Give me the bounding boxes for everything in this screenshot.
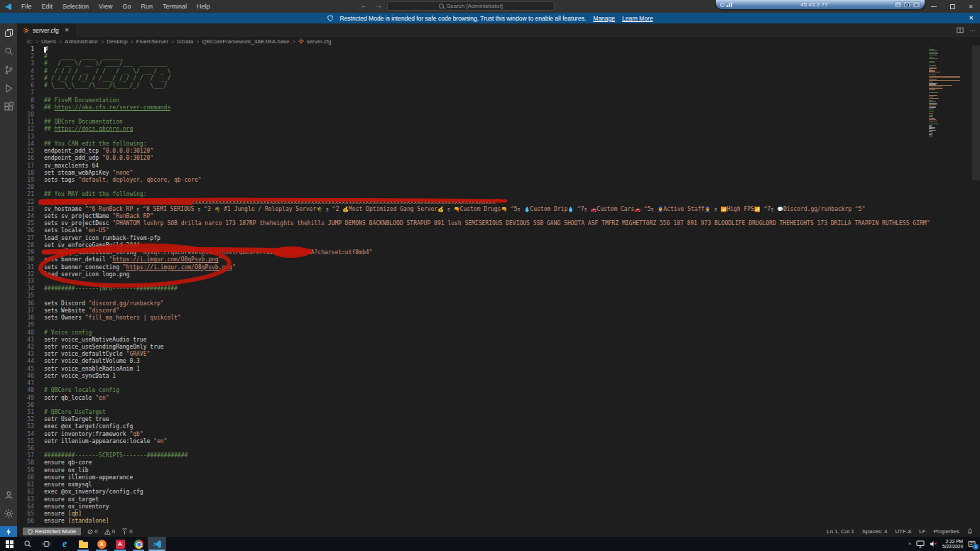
code-line[interactable]: 53exec @ox_target/config.cfg bbox=[0, 423, 980, 430]
start-button[interactable] bbox=[0, 537, 18, 551]
code-line[interactable]: 34#########-------INFO-------###########… bbox=[0, 285, 980, 293]
code-line[interactable]: 10 bbox=[0, 111, 980, 119]
search-input[interactable]: Search [Administrator] bbox=[387, 1, 555, 11]
code-line[interactable]: 66ensure [standalone] bbox=[0, 518, 980, 525]
code-line[interactable]: 15endpoint_add_tcp "0.0.0.0:30120" bbox=[0, 148, 980, 155]
code-line[interactable]: 60ensure illenium-appearance bbox=[0, 474, 980, 481]
code-line[interactable]: 48# QBCore locale config bbox=[0, 387, 980, 394]
chrome-button[interactable] bbox=[129, 537, 148, 551]
code-line[interactable]: 33 bbox=[0, 278, 980, 285]
code-line[interactable]: 65ensure [qb] bbox=[0, 511, 980, 518]
action-center-button[interactable]: 1 bbox=[968, 540, 976, 547]
eol-sequence[interactable]: LF bbox=[919, 528, 925, 535]
code-line[interactable]: 11## QBCore Documentation bbox=[0, 119, 980, 126]
code-line[interactable]: 12## https://docs.qbcore.org bbox=[0, 126, 980, 133]
code-line[interactable]: 51# QBCore UseTarget bbox=[0, 409, 980, 416]
breadcrumb-item[interactable]: C: bbox=[27, 38, 33, 45]
code-line[interactable]: 18set steam_webApiKey "none" bbox=[0, 170, 980, 177]
code-line[interactable]: 54setr inventory:framework "qb" bbox=[0, 431, 980, 438]
minimize-button[interactable] bbox=[925, 0, 943, 13]
indentation[interactable]: Spaces: 4 bbox=[862, 528, 888, 535]
rdp-connection-bar[interactable]: 45.43.2.77 – ✕ bbox=[716, 0, 925, 9]
internet-explorer-button[interactable]: e bbox=[55, 537, 74, 551]
menu-terminal[interactable]: Terminal bbox=[158, 1, 191, 11]
more-actions-icon[interactable]: ··· bbox=[969, 27, 976, 34]
code-editor[interactable]: 1#2# ____ ____ ______3# / __ \/ __ )/ __… bbox=[0, 45, 980, 526]
code-line[interactable]: 31sets banner_connecting "https://i.imgu… bbox=[0, 264, 980, 271]
xampp-button[interactable]: X bbox=[92, 537, 111, 551]
code-line[interactable]: 42setr voice_useSendingRangeOnly true bbox=[0, 344, 980, 351]
code-line[interactable]: 57#########-------SCRIPTS-------########… bbox=[0, 452, 980, 459]
rdp-minimize-button[interactable]: – bbox=[894, 1, 902, 8]
close-button[interactable]: ✕ bbox=[962, 0, 980, 13]
breadcrumb-item[interactable]: QBCoreFramework_3AE1BA.base bbox=[202, 38, 289, 45]
code-line[interactable]: 3# / __ \/ __ )/ ____/___ ________ bbox=[0, 60, 980, 67]
pin-icon[interactable] bbox=[720, 3, 724, 7]
forward-icon[interactable]: → bbox=[375, 1, 382, 9]
menu-run[interactable]: Run bbox=[136, 1, 157, 11]
code-line[interactable]: 63ensure ox_target bbox=[0, 496, 980, 503]
back-icon[interactable]: ← bbox=[361, 1, 368, 9]
code-line[interactable]: 27load_server_icon runback-fivem-pfp bbox=[0, 235, 980, 242]
breadcrumb-item[interactable]: txData bbox=[177, 38, 193, 45]
manage-link[interactable]: Manage bbox=[593, 15, 615, 22]
code-line[interactable]: 46setr voice_syncData 1 bbox=[0, 373, 980, 380]
code-line[interactable]: 41setr voice_useNativeAudio true bbox=[0, 337, 980, 344]
code-line[interactable]: 37sets Website "discord" bbox=[0, 307, 980, 315]
app-a-button[interactable]: A bbox=[111, 537, 129, 551]
code-line[interactable]: 7 bbox=[0, 89, 980, 97]
remote-indicator[interactable] bbox=[0, 526, 17, 537]
code-line[interactable]: 17sv_maxclients 64 bbox=[0, 163, 980, 170]
breadcrumb-file[interactable]: server.cfg bbox=[307, 38, 332, 45]
code-line[interactable]: 49setr qb_locale "en" bbox=[0, 395, 980, 402]
code-line[interactable]: 2# ____ ____ ______ bbox=[0, 53, 980, 60]
banner-close-icon[interactable]: ✕ bbox=[969, 15, 974, 21]
hidden-icons-chevron[interactable]: ^ bbox=[908, 541, 911, 547]
menu-selection[interactable]: Selection bbox=[58, 1, 93, 11]
taskbar-clock[interactable]: 2:22 PM 5/22/2024 bbox=[942, 539, 963, 549]
learn-more-link[interactable]: Learn More bbox=[622, 15, 653, 22]
taskbar-search-button[interactable] bbox=[18, 537, 37, 551]
code-line[interactable]: 52setr UseTarget true bbox=[0, 416, 980, 423]
code-line[interactable]: 22sv_licenseKey "cfxk_xxxxxxxxxxxxxxxxxx… bbox=[0, 199, 980, 206]
code-line[interactable]: 26sets locale "en-US" bbox=[0, 227, 980, 234]
network-display-icon[interactable] bbox=[916, 540, 925, 547]
code-line[interactable]: 8## FiveM Documentation bbox=[0, 97, 980, 104]
breadcrumb-item[interactable]: Desktop bbox=[107, 38, 127, 45]
warnings-indicator[interactable]: 0 bbox=[104, 528, 115, 535]
code-line[interactable]: 21## You MAY edit the following: bbox=[0, 191, 980, 198]
code-line[interactable]: 64ensure ox_inventory bbox=[0, 503, 980, 511]
vscode-taskbar-button[interactable] bbox=[148, 537, 166, 551]
code-line[interactable]: 5# / /_/ / /_/ / /___/ /_/ / / / __/ bbox=[0, 75, 980, 82]
code-line[interactable]: 50 bbox=[0, 402, 980, 409]
breadcrumb-item[interactable]: Users bbox=[41, 38, 56, 45]
code-line[interactable]: 16endpoint_add_udp "0.0.0.0:30120" bbox=[0, 155, 980, 162]
minimap[interactable] bbox=[929, 47, 962, 137]
menu-view[interactable]: View bbox=[94, 1, 116, 11]
menu-go[interactable]: Go bbox=[118, 1, 135, 11]
code-line[interactable]: 25sets sv_projectDesc "PHANTOM lushrp SO… bbox=[0, 220, 980, 227]
code-line[interactable]: 56 bbox=[0, 445, 980, 452]
code-line[interactable]: 59ensure ox_lib bbox=[0, 467, 980, 474]
code-line[interactable]: 9## https://aka.cfx.re/server-commands bbox=[0, 104, 980, 111]
explorer-icon[interactable] bbox=[4, 28, 14, 38]
cursor-position[interactable]: Ln 1, Col 1 bbox=[827, 528, 854, 535]
split-editor-icon[interactable] bbox=[957, 27, 964, 33]
settings-gear-icon[interactable] bbox=[4, 508, 14, 519]
code-line[interactable]: 20 bbox=[0, 184, 980, 191]
search-panel-icon[interactable] bbox=[4, 46, 14, 57]
code-line[interactable]: 19sets tags "default, deployer, qbcore, … bbox=[0, 177, 980, 184]
code-line[interactable]: 35 bbox=[0, 293, 980, 300]
ports-indicator[interactable]: 0 bbox=[121, 528, 132, 535]
code-line[interactable]: 6# \___\_\____/\____/\____/_/ \___/ bbox=[0, 82, 980, 89]
account-icon[interactable] bbox=[4, 490, 14, 501]
code-line[interactable]: 44setr voice_defaultVolume 0.3 bbox=[0, 358, 980, 365]
tab-close-icon[interactable]: ✕ bbox=[65, 27, 70, 33]
menu-file[interactable]: File bbox=[17, 1, 36, 11]
breadcrumb-item[interactable]: FivemServer bbox=[136, 38, 168, 45]
code-line[interactable]: 4# / / / / __ / / / __ \/ ___/ _ \ bbox=[0, 68, 980, 75]
code-line[interactable]: 24sets sv_projectName "RunBack RP" bbox=[0, 213, 980, 220]
code-line[interactable]: 62exec @ox_inventory/config.cfg bbox=[0, 489, 980, 496]
restricted-mode-status[interactable]: Restricted Mode bbox=[23, 528, 81, 535]
run-debug-icon[interactable] bbox=[4, 83, 14, 94]
